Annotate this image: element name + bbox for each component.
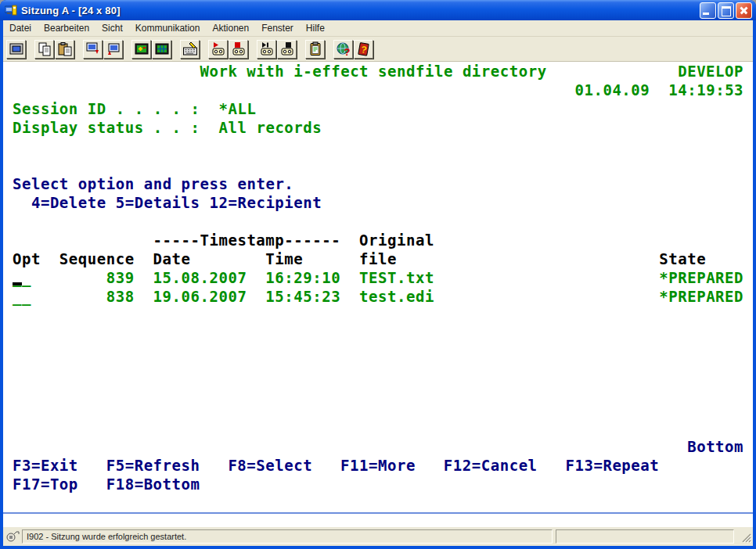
terminal-text: F13=Repeat xyxy=(566,456,660,475)
keyboard-remap-icon xyxy=(182,41,198,57)
copy-icon xyxy=(37,41,52,57)
terminal-text: Opt xyxy=(13,249,41,268)
terminal-text: 01.04.09 14:19:53 xyxy=(574,81,743,99)
menu-fenster[interactable]: Fenster xyxy=(255,21,300,35)
clipboard-icon xyxy=(308,41,323,57)
record-stop-icon xyxy=(231,41,247,57)
window-title: Sitzung A - [24 x 80] xyxy=(21,5,700,16)
close-button[interactable] xyxy=(736,2,752,19)
terminal-text: Time xyxy=(265,249,303,268)
send-file-icon xyxy=(85,41,101,57)
terminal-text: Bottom xyxy=(687,437,743,456)
web-help-globe-icon: ? xyxy=(336,41,351,57)
help-book-icon: ? xyxy=(356,41,372,57)
display-colors-icon xyxy=(154,41,170,57)
terminal-text: *PREPARED xyxy=(659,268,743,287)
terminal-text: 15.08.2007 xyxy=(153,268,247,287)
terminal-text: Sequence xyxy=(59,249,135,268)
terminal-text: Display status . . : All records xyxy=(13,118,322,137)
menu-aktionen[interactable]: Aktionen xyxy=(206,21,255,35)
send-file-button[interactable] xyxy=(83,40,103,59)
terminal-text: 838 xyxy=(106,287,135,306)
terminal-text: Select option and press enter. xyxy=(13,174,293,193)
record-macro-icon xyxy=(211,41,226,57)
play-macro-icon xyxy=(259,41,275,57)
terminal-screen[interactable]: Work with i-effect sendfile directoryDEV… xyxy=(3,62,753,512)
terminal-text: 4=Delete 5=Details 12=Recipient xyxy=(31,193,322,212)
terminal-text: -----Timestamp------ xyxy=(153,231,341,249)
display-setup-icon xyxy=(134,41,149,57)
menu-bearbeiten[interactable]: Bearbeiten xyxy=(38,21,95,35)
terminal-text: F3=Exit xyxy=(13,456,78,475)
keyboard-remap-button[interactable] xyxy=(180,40,200,59)
menu-datei[interactable]: Datei xyxy=(3,21,38,35)
terminal-text: Original xyxy=(359,231,434,249)
terminal-text: TEST.txt xyxy=(359,268,434,287)
terminal-text: Session ID . . . . : *ALL xyxy=(13,99,256,118)
play-macro-button[interactable] xyxy=(257,40,276,59)
terminal-text: 16:29:10 xyxy=(265,268,340,287)
stop-macro-icon xyxy=(279,41,295,57)
maximize-button[interactable] xyxy=(718,2,734,19)
display-setup-button[interactable] xyxy=(131,40,151,59)
menu-hilfe[interactable]: Hilfe xyxy=(300,21,331,35)
terminal-text: DEVELOP xyxy=(678,62,743,81)
terminal-text: F17=Top xyxy=(13,475,78,493)
terminal-text: __ xyxy=(13,287,31,306)
receive-file-icon xyxy=(106,41,121,57)
terminal-text: __ xyxy=(13,268,31,287)
status-message: I902 - Sitzung wurde erfolgreich gestart… xyxy=(22,529,553,544)
terminal-text: 19.06.2007 xyxy=(153,287,247,306)
resize-grip[interactable] xyxy=(739,530,751,543)
terminal-text: F8=Select xyxy=(228,456,312,475)
display-colors-button[interactable] xyxy=(152,40,171,59)
svg-text:?: ? xyxy=(344,46,350,57)
terminal-text: Work with i-effect sendfile directory xyxy=(200,62,546,81)
status-extra-panel xyxy=(556,529,734,544)
terminal-text: 15:45:23 xyxy=(265,287,340,306)
copy-button[interactable] xyxy=(34,40,54,59)
oia-strip xyxy=(3,512,753,526)
terminal-text: State xyxy=(659,249,706,268)
minimize-button[interactable] xyxy=(700,2,716,19)
terminal-session-icon xyxy=(5,4,18,17)
clipboard-button[interactable] xyxy=(305,40,325,59)
titlebar[interactable]: Sitzung A - [24 x 80] xyxy=(0,0,756,20)
connection-plug-icon xyxy=(5,530,20,543)
paste-icon xyxy=(57,41,73,57)
terminal-text: F18=Bottom xyxy=(106,475,200,493)
terminal-text: file xyxy=(359,249,397,268)
statusbar: I902 - Sitzung wurde erfolgreich gestart… xyxy=(3,526,753,546)
terminal-text: test.edi xyxy=(359,287,434,306)
session-window-icon xyxy=(9,41,24,57)
stop-macro-button[interactable] xyxy=(277,40,297,59)
menubar: Datei Bearbeiten Sicht Kommunikation Akt… xyxy=(3,20,753,37)
record-macro-button[interactable] xyxy=(208,40,228,59)
record-stop-button[interactable] xyxy=(229,40,248,59)
receive-file-button[interactable] xyxy=(103,40,123,59)
web-help-button[interactable]: ? xyxy=(333,40,353,59)
terminal-text: F12=Cancel xyxy=(444,456,538,475)
terminal-text: F5=Refresh xyxy=(106,456,200,475)
session-window-button[interactable] xyxy=(6,40,26,59)
terminal-text: Date xyxy=(153,249,191,268)
terminal-text: *PREPARED xyxy=(659,287,743,306)
terminal-text: 839 xyxy=(106,268,135,287)
application-window: Sitzung A - [24 x 80] Datei Bearbeiten S… xyxy=(0,0,756,549)
terminal-text: F11=More xyxy=(340,456,416,475)
paste-button[interactable] xyxy=(55,40,74,59)
toolbar: ? ? xyxy=(3,37,753,62)
menu-kommunikation[interactable]: Kommunikation xyxy=(129,21,207,35)
help-book-button[interactable]: ? xyxy=(354,40,373,59)
menu-sicht[interactable]: Sicht xyxy=(95,21,129,35)
